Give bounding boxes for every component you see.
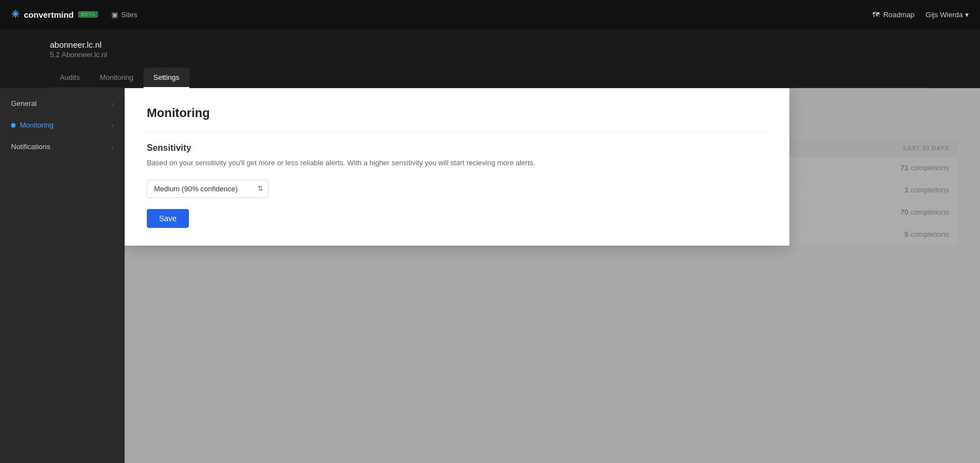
tabs: Audits Monitoring Settings bbox=[50, 68, 930, 88]
sidebar-item-label: Monitoring bbox=[20, 121, 54, 129]
sites-icon: ▣ bbox=[111, 11, 118, 19]
user-label: Gijs Wierda bbox=[926, 11, 963, 19]
sidebar-item-notifications[interactable]: Notifications › bbox=[0, 136, 125, 157]
monitoring-modal: Monitoring Sensitivity Based on your sen… bbox=[125, 88, 789, 246]
logo: ✳ convertmind BETA bbox=[11, 8, 98, 21]
tab-monitoring[interactable]: Monitoring bbox=[90, 68, 143, 88]
chevron-right-icon: › bbox=[111, 100, 114, 107]
sidebar-item-monitoring[interactable]: Monitoring › bbox=[0, 114, 125, 136]
beta-badge: BETA bbox=[78, 11, 98, 18]
roadmap-icon: 🗺 bbox=[873, 11, 880, 19]
content-area: Goals You can select up to three goals w… bbox=[125, 88, 980, 463]
chevron-right-icon: › bbox=[111, 122, 114, 129]
sites-label: Sites bbox=[121, 11, 137, 19]
main-layout: General › Monitoring › Notifications › G… bbox=[0, 88, 980, 463]
roadmap-button[interactable]: 🗺 Roadmap bbox=[873, 11, 914, 19]
chevron-right-icon: › bbox=[111, 144, 114, 150]
navbar-right: 🗺 Roadmap Gijs Wierda ▾ bbox=[873, 11, 969, 19]
sub-header: abonneer.lc.nl 5.2 Abonneer.lc.nl Audits… bbox=[0, 29, 980, 88]
site-name: abonneer.lc.nl bbox=[50, 40, 930, 49]
sidebar-item-general[interactable]: General › bbox=[0, 93, 125, 114]
sidebar: General › Monitoring › Notifications › bbox=[0, 88, 125, 463]
chevron-down-icon: ▾ bbox=[965, 11, 969, 19]
sensitivity-select-wrapper: Low (70% confidence) Medium (90% confide… bbox=[147, 180, 269, 198]
sensitivity-heading: Sensitivity bbox=[147, 143, 767, 153]
logo-icon: ✳ bbox=[11, 8, 19, 21]
tab-audits[interactable]: Audits bbox=[50, 68, 90, 88]
logo-text: convertmind bbox=[24, 10, 74, 19]
navbar-left: ✳ convertmind BETA ▣ Sites bbox=[11, 8, 137, 21]
site-sub: 5.2 Abonneer.lc.nl bbox=[50, 50, 930, 59]
sidebar-item-label: Notifications bbox=[11, 143, 50, 151]
modal-overlay: Monitoring Sensitivity Based on your sen… bbox=[125, 88, 980, 463]
sensitivity-description: Based on your sensitivity you'll get mor… bbox=[147, 157, 767, 169]
modal-title: Monitoring bbox=[147, 106, 767, 132]
navbar: ✳ convertmind BETA ▣ Sites 🗺 Roadmap Gij… bbox=[0, 0, 980, 29]
sidebar-item-label: General bbox=[11, 99, 37, 108]
user-menu-button[interactable]: Gijs Wierda ▾ bbox=[926, 11, 969, 19]
sensitivity-select[interactable]: Low (70% confidence) Medium (90% confide… bbox=[147, 180, 269, 198]
roadmap-label: Roadmap bbox=[883, 11, 914, 19]
sites-nav[interactable]: ▣ Sites bbox=[111, 11, 137, 19]
save-button[interactable]: Save bbox=[147, 209, 189, 228]
tab-settings[interactable]: Settings bbox=[143, 68, 189, 88]
active-dot bbox=[11, 123, 16, 128]
